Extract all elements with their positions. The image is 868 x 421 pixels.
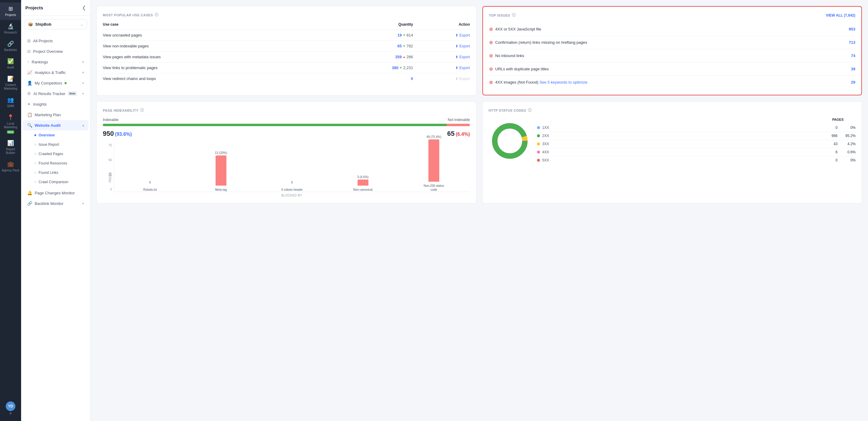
issue-row: ⊗ URLs with duplicate page titles 39 (489, 62, 856, 76)
error-icon: ⊗ (489, 26, 493, 32)
quantity-col-header: Quantity (330, 22, 413, 30)
error-icon: ⊗ (489, 66, 493, 72)
http-dot (537, 134, 540, 137)
nav-audit[interactable]: ✅ Audit (0, 55, 21, 73)
action-cell: ⬆ Export (413, 41, 470, 52)
bar-label: Non-200 statuscode (424, 184, 444, 192)
issue-text: No inbound links (495, 53, 524, 58)
sidebar-subitem-crawl-comparison[interactable]: Crawl Comparison (23, 177, 88, 187)
crawl-comparison-dot (34, 181, 36, 183)
http-pages-count: 966 (819, 134, 838, 138)
top-issues-header: TOP ISSUES ⓘ VIEW ALL (7,642) (489, 13, 856, 18)
issue-left: ⊗ 4XX images (Not Found) See 5 keywords … (489, 79, 847, 85)
http-status-row: 3XX 43 4.2% (537, 140, 856, 148)
nav-research[interactable]: 🔬 Research (0, 20, 21, 37)
sidebar-subitem-found-links-label: Found Links (39, 170, 58, 175)
settings-icon[interactable]: ⚙ (6, 412, 16, 415)
http-info-icon[interactable]: ⓘ (528, 108, 532, 113)
use-cases-info-icon[interactable]: ⓘ (155, 12, 159, 18)
sidebar-item-all-projects[interactable]: ⊞ All Projects (23, 36, 88, 46)
nav-content-marketing[interactable]: 📝 Content Marketing (0, 73, 21, 93)
nav-agency-pack-label: Agency Pack (2, 169, 19, 172)
y-axis: 75 50 25 0 (103, 144, 112, 191)
sidebar-item-website-audit[interactable]: 🔍 Website Audit ▴ (23, 120, 88, 130)
use-case-cell: View links to problematic pages (103, 62, 330, 73)
quantity-cell: 380 ▼ 2,231 (330, 62, 413, 73)
nav-smm[interactable]: 👥 SMM (0, 93, 21, 111)
http-code-label: 1XX (542, 125, 820, 130)
found-resources-dot (34, 162, 36, 164)
quantity-cell: 359 ▲ 286 (330, 52, 413, 62)
sidebar-subitem-found-resources[interactable]: Found Resources (23, 159, 88, 168)
user-avatar[interactable]: YD (6, 401, 16, 411)
nav-agency-pack[interactable]: 💼 Agency Pack (0, 158, 21, 175)
http-pages-pct: 0.6% (838, 150, 856, 154)
project-overview-icon: ⊟ (27, 49, 31, 54)
sidebar-subitem-issue-report[interactable]: Issue Report (23, 140, 88, 149)
nav-backlinks[interactable]: 🔗 Backlinks (0, 37, 21, 55)
indexability-info-icon[interactable]: ⓘ (140, 108, 144, 113)
top-issues-info-icon[interactable]: ⓘ (512, 13, 516, 18)
icon-navigation: ⊞ Projects 🔬 Research 🔗 Backlinks ✅ Audi… (0, 0, 21, 421)
sidebar-item-page-changes-monitor[interactable]: 🔔 Page Changes Monitor (23, 188, 88, 198)
sidebar-subitem-crawl-comparison-label: Crawl Comparison (39, 180, 68, 184)
sidebar-item-analytics-traffic[interactable]: 📈 Analytics & Traffic ▾ (23, 67, 88, 78)
export-button[interactable]: ⬆ Export (413, 66, 470, 70)
project-selector-arrow-icon: ⌄ (80, 22, 83, 27)
indexability-progress-bar (103, 124, 470, 126)
use-cases-title: MOST POPULAR USE CASES ⓘ (103, 12, 470, 18)
sidebar-item-marketing-plan-label: Marketing Plan (35, 113, 61, 117)
sidebar-item-insights[interactable]: ✦ Insights (23, 99, 88, 109)
sidebar-subitem-found-links[interactable]: Found Links (23, 168, 88, 177)
nav-report-builder[interactable]: 📊 Report Builder (0, 137, 21, 158)
action-cell: ⬆ Export (413, 52, 470, 62)
export-button[interactable]: ⬆ Export (413, 33, 470, 37)
sidebar-item-project-overview[interactable]: ⊟ Project Overview (23, 46, 88, 56)
not-indexable-bar-segment (446, 124, 470, 126)
nav-projects[interactable]: ⊞ Projects (0, 2, 21, 20)
sidebar-item-ai-results-tracker[interactable]: ⚙ AI Results Tracker Beta ▾ (23, 88, 88, 99)
table-row: View pages with metadata issues 359 ▲ 28… (103, 52, 470, 62)
bar-value: 13 (20%) (215, 151, 227, 155)
bar-value: 49 (75.4%) (426, 135, 441, 139)
view-all-issues-link[interactable]: VIEW ALL (7,642) (826, 13, 855, 18)
use-case-cell: View redirect chains and loops (103, 73, 330, 84)
use-cases-card: MOST POPULAR USE CASES ⓘ Use case Quanti… (96, 6, 476, 95)
http-pages-pct: 0% (838, 125, 856, 130)
http-status-codes-title: HTTP STATUS CODES ⓘ (489, 108, 856, 113)
nav-local-marketing[interactable]: 📍 Local Marketing New (0, 111, 21, 137)
issue-count: 29 (851, 80, 855, 84)
http-code-label: 5XX (542, 158, 820, 162)
nav-projects-label: Projects (5, 13, 16, 17)
sidebar-item-rankings[interactable]: ↑ Rankings ▾ (23, 57, 88, 67)
http-status-row: 1XX 0 0% (537, 124, 856, 132)
bar-group: 0Robots.txt (117, 181, 183, 192)
http-status-codes-card: HTTP STATUS CODES ⓘ PAGES (483, 102, 862, 203)
sidebar-item-backlink-monitor-label: Backlink Monitor (35, 201, 63, 206)
issue-left: ⊗ Confirmation (return) links missing on… (489, 39, 845, 45)
backlinks-icon: 🔗 (7, 40, 14, 47)
rankings-icon: ↑ (27, 59, 29, 64)
action-col-header: Action (413, 22, 470, 30)
sidebar-subitem-overview[interactable]: Overview (23, 131, 88, 140)
sidebar-item-page-changes-monitor-label: Page Changes Monitor (35, 191, 75, 195)
http-dot (537, 150, 540, 153)
indexable-count: 950 (93.6%) (103, 130, 132, 138)
bottom-content-grid: PAGE INDEXABILITY ⓘ Indexable Not indexa… (96, 102, 862, 203)
sidebar-subitem-crawled-pages[interactable]: Crawled Pages (23, 149, 88, 159)
sidebar-item-my-competitors[interactable]: 👤 My Competitors ▾ (23, 78, 88, 88)
sidebar-collapse-button[interactable]: ❮ (82, 5, 86, 10)
content-marketing-icon: 📝 (7, 76, 14, 82)
bar-value: 3 (4.6%) (357, 175, 369, 179)
export-button[interactable]: ⬆ Export (413, 55, 470, 59)
bar-value: 0 (149, 181, 151, 184)
projects-icon: ⊞ (8, 5, 13, 12)
sidebar-item-marketing-plan[interactable]: 📋 Marketing Plan (23, 110, 88, 120)
nav-report-builder-label: Report Builder (1, 147, 20, 155)
export-button[interactable]: ⬆ Export (413, 44, 470, 48)
sidebar-item-backlink-monitor[interactable]: 🔗 Backlink Monitor ▾ (23, 198, 88, 208)
issue-link[interactable]: See 5 keywords to optimize (539, 80, 587, 84)
ai-tracker-icon: ⚙ (27, 91, 31, 96)
y-axis-label: PAGES (108, 172, 112, 182)
project-selector[interactable]: 📦 ShipBob ⌄ (24, 19, 87, 29)
